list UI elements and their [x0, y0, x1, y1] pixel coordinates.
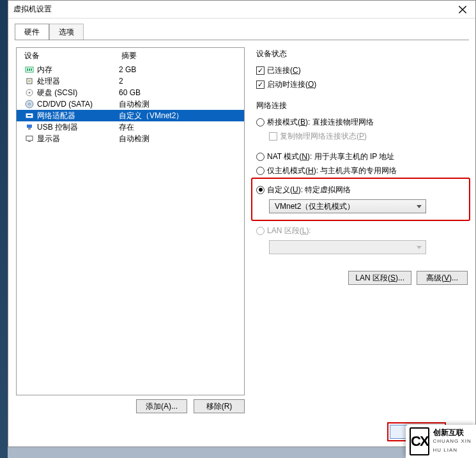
svg-point-9: [29, 103, 31, 105]
device-action-buttons: 添加(A)... 移除(R): [16, 399, 245, 413]
chevron-down-icon: [417, 205, 422, 208]
head-summary: 摘要: [121, 50, 244, 61]
group-device-status: 设备状态 已连接(C) 启动时连接(O): [256, 49, 468, 91]
group-network-connection: 网络连接 桥接模式(B): 直接连接物理网络 复制物理网络连接状态(P) NAT…: [256, 100, 468, 285]
cpu-icon: [24, 76, 35, 86]
radio-custom[interactable]: [256, 186, 265, 194]
device-row-memory[interactable]: 内存 2 GB: [17, 64, 244, 75]
label-hostonly: 仅主机模式(H): 与主机共享的专用网络: [267, 165, 397, 176]
right-column: 设备状态 已连接(C) 启动时连接(O) 网络连接 桥接模式(B): 直接连接物…: [252, 47, 468, 413]
remove-button[interactable]: 移除(R): [194, 399, 245, 413]
content-area: 设备 摘要 内存 2 GB 处理器 2 硬盘 (SCSI) 60 GB CD/D…: [8, 41, 475, 421]
status-group-label: 设备状态: [256, 49, 468, 59]
label-connect-at-power: 启动时连接(O): [267, 79, 316, 90]
label-replicate: 复制物理网络连接状态(P): [280, 131, 367, 142]
device-row-usb[interactable]: USB 控制器 存在: [17, 121, 244, 133]
device-row-cddvd[interactable]: CD/DVD (SATA) 自动检测: [17, 98, 244, 110]
titlebar: 虚拟机设置: [8, 1, 475, 19]
device-row-disk[interactable]: 硬盘 (SCSI) 60 GB: [17, 87, 244, 98]
radio-lan-segment: [256, 227, 265, 235]
brand-mark: CX: [410, 427, 429, 455]
label-bridged: 桥接模式(B): 直接连接物理网络: [267, 117, 374, 128]
svg-rect-2: [29, 68, 30, 71]
radio-bridged[interactable]: [256, 118, 265, 126]
brand-text: 创新互联 CHUANG XIN HU LIAN: [433, 428, 476, 455]
svg-point-7: [29, 92, 31, 94]
tab-hardware[interactable]: 硬件: [15, 24, 49, 40]
close-button[interactable]: [450, 1, 475, 19]
nic-icon: [24, 111, 35, 121]
label-custom: 自定义(U): 特定虚拟网络: [267, 185, 351, 195]
advanced-button[interactable]: 高级(V)...: [417, 271, 468, 285]
label-lan-segment: LAN 区段(L):: [267, 225, 311, 236]
memory-icon: [24, 65, 35, 75]
lan-segments-button[interactable]: LAN 区段(S)...: [348, 271, 411, 285]
vm-settings-window: 虚拟机设置 硬件 选项 设备 摘要 内存 2 GB 处理器 2: [8, 0, 476, 447]
tab-options[interactable]: 选项: [49, 24, 84, 40]
device-row-network[interactable]: 网络适配器 自定义（VMnet2）: [17, 110, 244, 121]
svg-rect-1: [27, 68, 28, 71]
network-group-label: 网络连接: [256, 100, 468, 111]
checkbox-connected[interactable]: [256, 66, 265, 75]
left-column: 设备 摘要 内存 2 GB 处理器 2 硬盘 (SCSI) 60 GB CD/D…: [16, 47, 245, 413]
add-button[interactable]: 添加(A)...: [136, 399, 187, 413]
svg-rect-12: [27, 125, 32, 128]
device-list: 设备 摘要 内存 2 GB 处理器 2 硬盘 (SCSI) 60 GB CD/D…: [16, 47, 245, 395]
desktop-background: [0, 0, 8, 458]
svg-rect-11: [27, 115, 31, 116]
svg-rect-13: [28, 128, 31, 130]
dropdown-custom-value: VMnet2（仅主机模式）: [275, 201, 355, 212]
svg-rect-14: [26, 136, 33, 141]
device-row-display[interactable]: 显示器 自动检测: [17, 133, 244, 144]
display-icon: [24, 134, 35, 144]
close-icon: [458, 5, 467, 14]
chevron-down-icon: [417, 246, 422, 249]
checkbox-connect-at-power[interactable]: [256, 80, 265, 89]
highlight-custom-box: 自定义(U): 特定虚拟网络 VMnet2（仅主机模式）: [251, 178, 470, 221]
svg-rect-15: [28, 141, 31, 142]
window-title: 虚拟机设置: [13, 4, 52, 15]
network-buttons: LAN 区段(S)... 高级(V)...: [256, 271, 468, 285]
radio-hostonly[interactable]: [256, 167, 265, 175]
device-list-header: 设备 摘要: [17, 48, 244, 64]
label-connected: 已连接(C): [267, 65, 301, 76]
svg-rect-5: [28, 80, 31, 82]
dropdown-lan-segment: [269, 240, 426, 254]
cd-icon: [24, 99, 35, 109]
tabbar: 硬件 选项: [8, 19, 475, 40]
label-nat: NAT 模式(N): 用于共享主机的 IP 地址: [267, 151, 394, 162]
usb-icon: [24, 122, 35, 132]
dropdown-custom-vmnet[interactable]: VMnet2（仅主机模式）: [269, 199, 426, 213]
disk-icon: [24, 88, 35, 98]
tab-divider: [15, 40, 469, 40]
svg-rect-3: [31, 68, 32, 71]
device-row-cpu[interactable]: 处理器 2: [17, 75, 244, 87]
brand-watermark: CX 创新互联 CHUANG XIN HU LIAN: [406, 425, 476, 458]
radio-nat[interactable]: [256, 153, 265, 161]
head-device: 设备: [24, 50, 121, 61]
checkbox-replicate: [269, 132, 277, 141]
